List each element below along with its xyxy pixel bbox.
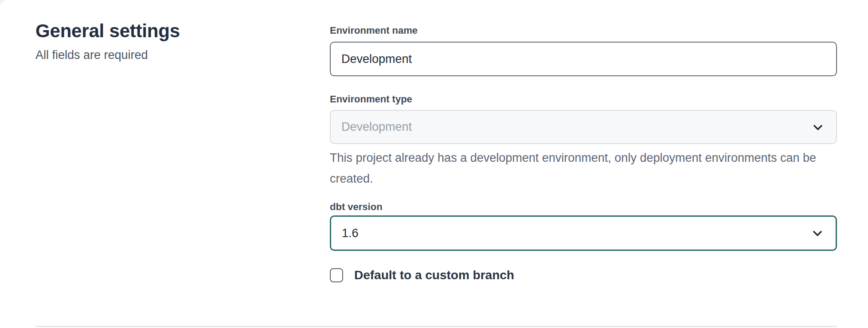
custom-branch-row: Default to a custom branch bbox=[330, 268, 837, 283]
section-divider bbox=[35, 326, 837, 327]
environment-type-help-text: This project already has a development e… bbox=[330, 148, 837, 189]
section-heading: General settings All fields are required bbox=[35, 20, 284, 62]
general-settings-form: Environment name Environment type Develo… bbox=[330, 25, 837, 283]
custom-branch-checkbox[interactable] bbox=[330, 268, 343, 282]
page-title: General settings bbox=[35, 20, 284, 42]
page-subtitle: All fields are required bbox=[35, 48, 284, 62]
environment-type-value: Development bbox=[341, 121, 412, 133]
page: General settings All fields are required… bbox=[0, 0, 868, 328]
dbt-version-label: dbt version bbox=[330, 201, 837, 213]
environment-name-label: Environment name bbox=[330, 25, 837, 36]
chevron-down-icon bbox=[811, 120, 825, 134]
environment-name-input[interactable] bbox=[330, 42, 837, 76]
environment-type-label: Environment type bbox=[330, 94, 837, 105]
custom-branch-checkbox-label[interactable]: Default to a custom branch bbox=[354, 268, 514, 283]
dbt-version-value: 1.6 bbox=[342, 227, 359, 239]
settings-card: General settings All fields are required… bbox=[0, 0, 868, 328]
dbt-version-select[interactable]: 1.6 bbox=[330, 215, 837, 251]
chevron-down-icon bbox=[810, 226, 825, 240]
environment-type-select[interactable]: Development bbox=[330, 110, 837, 144]
